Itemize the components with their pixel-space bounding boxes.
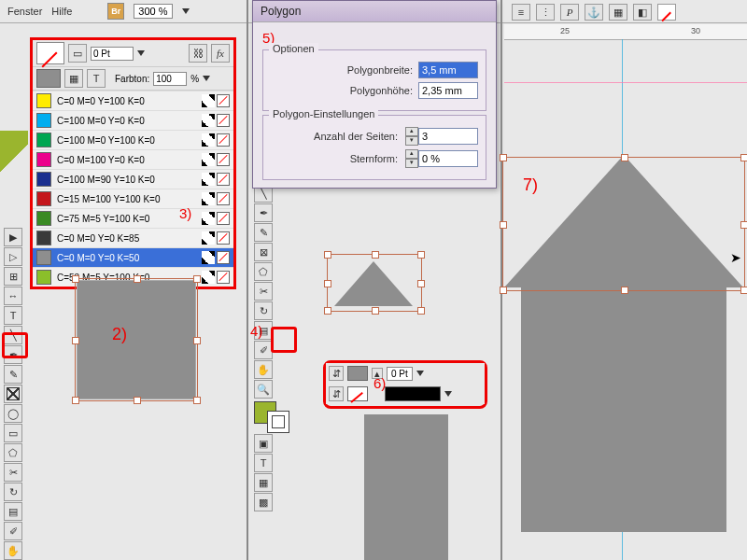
wrap-icon[interactable]: ▦ (609, 4, 627, 21)
swap-icon[interactable]: ⇵ (329, 366, 344, 381)
polygon-width-field[interactable] (418, 62, 478, 78)
stroke-proxy-icon[interactable] (267, 411, 289, 433)
swatch-name: C=0 M=0 Y=100 K=0 (57, 96, 200, 106)
chevron-down-icon[interactable] (182, 8, 190, 14)
swatch-row[interactable]: C=0 M=0 Y=0 K=50 (33, 247, 233, 267)
swap-icon[interactable]: ⇵ (329, 386, 344, 401)
pencil-tool-icon[interactable]: ✎ (254, 223, 273, 242)
swatch-row[interactable]: C=0 M=0 Y=100 K=0 (33, 91, 233, 110)
swatches-header: ▭ ⛓ fx (33, 40, 233, 67)
sides-field[interactable] (418, 128, 478, 145)
distribute-icon[interactable]: ⋮ (536, 4, 555, 21)
link-icon[interactable]: ⛓ (189, 44, 207, 63)
scissors-tool-icon[interactable]: ✂ (254, 282, 273, 301)
scissors-tool-icon[interactable]: ✂ (4, 463, 22, 482)
fx-icon[interactable]: fx (211, 44, 230, 63)
chevron-down-icon[interactable] (416, 371, 424, 376)
direct-select-tool-icon[interactable]: ▷ (4, 247, 22, 266)
swatch-chip (36, 113, 51, 128)
swatch-row[interactable]: C=100 M=0 Y=0 K=0 (33, 110, 233, 130)
selection-tool-icon[interactable]: ▶ (4, 228, 22, 246)
anchor-icon[interactable]: ⚓ (585, 4, 603, 21)
stroke-type-icon[interactable]: ▭ (68, 44, 87, 63)
align-icon[interactable]: ≡ (512, 4, 530, 21)
swatch-mode-icon (217, 153, 230, 166)
transform-tool-icon[interactable]: ↻ (4, 483, 22, 501)
normal-view-icon[interactable]: ▦ (254, 473, 273, 492)
page-tool-icon[interactable]: ⊞ (4, 267, 22, 286)
swatch-type-icon (202, 94, 215, 107)
swatch-row[interactable]: C=100 M=90 Y=10 K=0 (33, 169, 233, 189)
swatches-subheader: ▦ T Farbton: % (33, 67, 233, 91)
selection-box (75, 278, 198, 401)
pen-tool-icon[interactable]: ✒ (254, 203, 273, 222)
star-stepper[interactable]: ▴▾ (405, 149, 418, 168)
settings-heading: Polygon-Einstellungen (269, 108, 378, 119)
swatch-row[interactable]: C=75 M=5 Y=100 K=0 (33, 208, 233, 228)
horizontal-guide (504, 82, 747, 83)
none-swatch-icon[interactable] (36, 42, 64, 64)
stroke-style-dropdown[interactable] (385, 386, 441, 401)
polygon-tool-icon[interactable]: ⬠ (4, 443, 22, 462)
swatch-mode-icon (217, 173, 230, 186)
hand-tool-icon[interactable]: ✋ (254, 360, 273, 379)
swatch-mode-icon[interactable]: ▦ (64, 69, 83, 88)
apply-color-icon[interactable]: ▣ (254, 434, 273, 453)
transform-tool-icon[interactable]: ↻ (254, 301, 273, 320)
polygon-height-label: Polygonhöhe: (350, 85, 413, 96)
paragraph-icon[interactable]: P (560, 4, 579, 21)
rectangle-frame-tool-icon[interactable]: ⊠ (254, 243, 273, 261)
hand-tool-icon[interactable]: ✋ (4, 541, 22, 560)
star-field[interactable] (418, 150, 478, 167)
sides-stepper[interactable]: ▴▾ (405, 127, 418, 146)
farbton-unit: % (190, 74, 199, 84)
zoom-field[interactable]: 300 % (134, 4, 172, 19)
stroke-pt-field[interactable] (91, 47, 134, 61)
fill-swatch[interactable] (347, 366, 368, 381)
eyedropper-tool-icon[interactable]: ✐ (254, 341, 273, 359)
swatch-name: C=15 M=100 Y=100 K=0 (57, 194, 200, 204)
gap-tool-icon[interactable]: ↔ (4, 287, 22, 305)
annotation-7: 7) (523, 175, 538, 195)
polygon-height-field[interactable] (418, 82, 478, 99)
swatch-row[interactable]: C=0 M=100 Y=0 K=0 (33, 149, 233, 169)
toolbox-left: ▶ ▷ ⊞ ↔ T ╲ ✒ ✎ ◯ ▭ ⬠ ✂ ↻ ▤ ✐ ✋ 🔍 ▣ T ▦ … (4, 228, 41, 560)
corner-icon[interactable]: ◧ (633, 4, 652, 21)
annotation-3: 3) (179, 205, 191, 221)
swatch-chip (36, 211, 51, 226)
apply-text-icon[interactable]: T (254, 454, 273, 472)
rectangle-frame-tool-icon[interactable] (4, 385, 22, 403)
chevron-down-icon[interactable] (444, 391, 452, 397)
swatch-chip (36, 191, 51, 206)
menu-hilfe[interactable]: Hilfe (51, 6, 72, 17)
type-tool-icon[interactable]: T (4, 306, 22, 325)
preview-view-icon[interactable]: ▩ (254, 493, 273, 511)
polygon-tool-icon[interactable]: ⬠ (254, 262, 273, 281)
swatch-row[interactable]: C=0 M=0 Y=0 K=85 (33, 228, 233, 247)
rectangle-shape-tall (364, 414, 448, 560)
swatch-row[interactable]: C=100 M=0 Y=100 K=0 (33, 130, 233, 149)
bridge-button[interactable]: Br (107, 3, 124, 20)
chevron-down-icon[interactable] (203, 76, 210, 81)
fill-proxy-icon[interactable] (36, 69, 61, 88)
gradient-tool-icon[interactable]: ▤ (4, 502, 22, 521)
menu-fenster[interactable]: Fenster (7, 6, 42, 17)
stroke-pt-value[interactable]: 0 Pt (387, 367, 413, 381)
none-icon[interactable] (657, 4, 676, 21)
farbton-label: Farbton: (115, 74, 149, 84)
fill-stroke-proxy[interactable] (254, 401, 289, 433)
farbton-field[interactable] (153, 72, 187, 86)
text-icon[interactable]: T (87, 69, 106, 88)
swatch-type-icon (202, 153, 215, 166)
selection-box (327, 254, 422, 312)
swatch-row[interactable]: C=15 M=100 Y=100 K=0 (33, 189, 233, 208)
none-swatch-icon[interactable] (347, 386, 368, 401)
pencil-tool-icon[interactable]: ✎ (4, 365, 22, 384)
eyedropper-tool-icon[interactable]: ✐ (4, 522, 22, 540)
rectangle-tool-icon[interactable]: ▭ (4, 424, 22, 442)
chevron-down-icon[interactable] (137, 50, 145, 56)
swatch-mode-icon (217, 192, 230, 205)
zoom-tool-icon[interactable]: 🔍 (254, 380, 273, 399)
swatch-type-icon (202, 133, 215, 147)
ellipse-tool-icon[interactable]: ◯ (4, 404, 22, 423)
